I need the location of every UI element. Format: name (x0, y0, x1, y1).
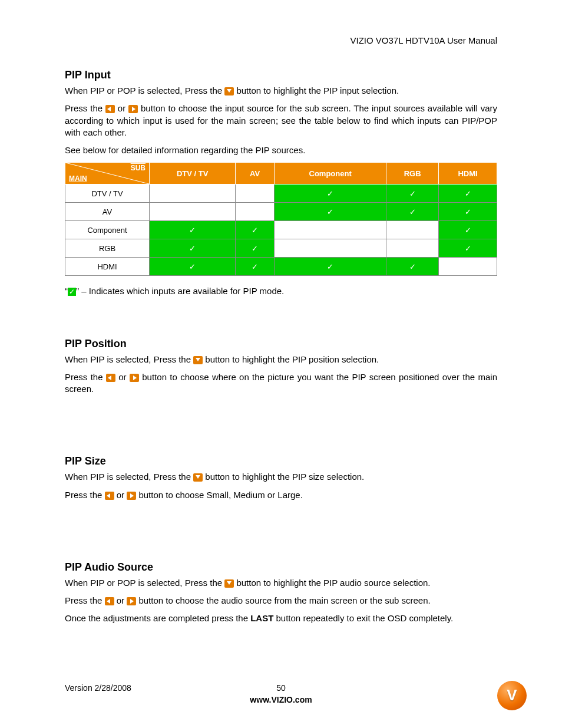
col-header: AV (236, 163, 275, 185)
text: button to choose the audio source from t… (138, 595, 430, 605)
table-cell (386, 221, 439, 239)
table-cell (236, 258, 275, 276)
text: or (117, 490, 127, 500)
pip-input-line1: When PIP or POP is selected, Press the b… (65, 85, 497, 97)
table-cell (236, 185, 275, 203)
table-row: HDMI (65, 258, 497, 276)
right-arrow-icon (127, 597, 136, 605)
page-footer: Version 2/28/2008 50 www.VIZIO.com (65, 683, 497, 704)
text: Press the (65, 490, 105, 500)
right-arrow-icon (128, 105, 138, 113)
table-row: DTV / TV (65, 185, 497, 203)
left-arrow-icon (105, 492, 114, 500)
down-arrow-icon (224, 579, 234, 588)
row-label: RGB (65, 239, 150, 258)
row-label: DTV / TV (65, 185, 150, 203)
table-cell (236, 203, 275, 221)
heading-pip-position: PIP Position (65, 338, 497, 350)
text: ” – Indicates which inputs are available… (76, 286, 284, 296)
col-header: DTV / TV (150, 163, 236, 185)
text: Press the (65, 103, 105, 113)
row-label: AV (65, 203, 150, 221)
table-legend: “” – Indicates which inputs are availabl… (65, 285, 497, 297)
pip-position-line1: When PIP is selected, Press the button t… (65, 354, 497, 365)
table-cell (274, 203, 386, 221)
table-cell (150, 239, 236, 258)
table-row: Component (65, 221, 497, 239)
pip-size-line1: When PIP is selected, Press the button t… (65, 471, 497, 483)
table-cell (150, 221, 236, 239)
text: button to choose Small, Medium or Large. (138, 490, 302, 500)
down-arrow-icon (193, 473, 203, 482)
table-cell (236, 221, 275, 239)
check-icon (68, 288, 76, 296)
text: Press the (65, 372, 106, 382)
table-cell (274, 258, 386, 276)
table-cell (386, 203, 439, 221)
col-header: HDMI (439, 163, 497, 185)
doc-header: VIZIO VO37L HDTV10A User Manual (65, 35, 497, 45)
left-arrow-icon (106, 374, 115, 382)
col-header: RGB (386, 163, 439, 185)
down-arrow-icon (193, 356, 203, 364)
table-cell (439, 185, 497, 203)
table-corner-cell: SUB MAIN (65, 163, 150, 185)
text: button to highlight the PIP input select… (236, 85, 399, 95)
table-cell (439, 239, 497, 258)
table-row: RGB (65, 239, 497, 258)
logo-letter: V (507, 686, 517, 704)
table-cell (439, 221, 497, 239)
page: VIZIO VO37L HDTV10A User Manual PIP Inpu… (0, 0, 562, 728)
pip-audio-line3: Once the adjustments are completed press… (65, 612, 497, 624)
row-label: Component (65, 221, 150, 239)
pip-audio-line2: Press the or button to choose the audio … (65, 595, 497, 607)
heading-pip-size: PIP Size (65, 455, 497, 467)
table-cell (236, 239, 275, 258)
text: When PIP is selected, Press the (65, 472, 193, 482)
text: button to highlight the PIP size selecti… (205, 472, 364, 482)
down-arrow-icon (224, 87, 234, 95)
left-arrow-icon (105, 597, 114, 605)
text: button to highlight the PIP position sel… (205, 354, 379, 364)
pip-position-line2: Press the or button to choose where on t… (65, 371, 497, 396)
text: or (118, 372, 130, 382)
page-number: 50 (65, 683, 497, 693)
text: When PIP or POP is selected, Press the (65, 578, 224, 588)
left-arrow-icon (105, 105, 115, 113)
right-arrow-icon (127, 492, 136, 500)
table-header-row: SUB MAIN DTV / TV AV Component RGB HDMI (65, 163, 497, 185)
right-arrow-icon (130, 374, 139, 382)
text: button repeatedly to exit the OSD comple… (273, 613, 453, 623)
text: When PIP or POP is selected, Press the (65, 85, 224, 95)
text: button to highlight the PIP audio source… (236, 578, 430, 588)
table-cell (386, 185, 439, 203)
table-cell (439, 203, 497, 221)
table-cell (274, 185, 386, 203)
pip-audio-line1: When PIP or POP is selected, Press the b… (65, 577, 497, 589)
text: or (117, 595, 127, 605)
last-button-label: LAST (250, 613, 273, 623)
svg-line-0 (65, 163, 149, 184)
text: Once the adjustments are completed press… (65, 613, 250, 623)
text: or (118, 103, 128, 113)
footer-url: www.VIZIO.com (65, 695, 497, 704)
table-cell (274, 221, 386, 239)
table-row: AV (65, 203, 497, 221)
table-cell (386, 239, 439, 258)
pip-input-line2: Press the or button to choose the input … (65, 103, 497, 139)
pip-source-table: SUB MAIN DTV / TV AV Component RGB HDMI … (65, 162, 497, 276)
table-cell (150, 258, 236, 276)
table-cell (386, 258, 439, 276)
text: When PIP is selected, Press the (65, 354, 193, 364)
vizio-logo-icon: V (497, 681, 527, 710)
table-cell (150, 203, 236, 221)
table-cell (150, 185, 236, 203)
row-label: HDMI (65, 258, 150, 276)
pip-input-line3: See below for detailed information regar… (65, 144, 497, 156)
table-cell (274, 239, 386, 258)
col-header: Component (274, 163, 386, 185)
text: Press the (65, 595, 105, 605)
heading-pip-audio: PIP Audio Source (65, 561, 497, 574)
pip-size-line2: Press the or button to choose Small, Med… (65, 489, 497, 501)
table-cell (439, 258, 497, 276)
